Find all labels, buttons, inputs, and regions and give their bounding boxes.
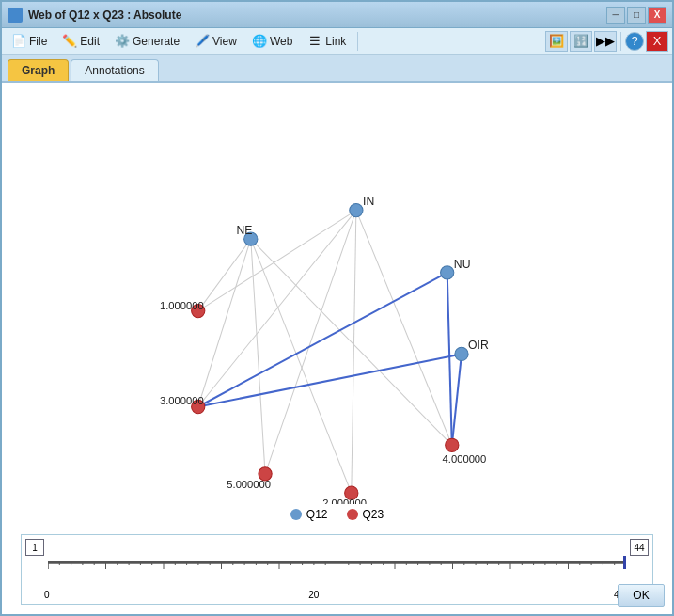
legend-dot-Q23 (347, 509, 358, 520)
timeline-right-value: 44 (630, 539, 649, 556)
menu-view-label: View (212, 35, 237, 48)
toolbar-separator (620, 32, 621, 51)
menu-view[interactable]: 🖊️ View (189, 32, 243, 51)
web-icon: 🌐 (252, 34, 267, 49)
svg-line-11 (198, 354, 462, 406)
graph-area[interactable]: NE IN NU OIR 1.000000 3.000000 5.000000 … (11, 92, 663, 520)
node-IN (350, 203, 363, 216)
menu-bar: 📄 File ✏️ Edit ⚙️ Generate 🖊️ View 🌐 Web… (2, 28, 672, 55)
menu-file-label: File (29, 35, 47, 48)
menu-edit-label: Edit (80, 35, 100, 48)
svg-line-12 (447, 273, 452, 445)
label-1: 1.000000 (160, 300, 204, 311)
ok-button-area: OK (618, 584, 665, 607)
minimize-button[interactable]: ─ (606, 7, 625, 24)
legend-Q23: Q23 (347, 508, 384, 521)
timeline-left-value: 1 (25, 539, 44, 556)
svg-line-5 (198, 211, 356, 311)
window-icon (8, 8, 23, 23)
svg-line-0 (198, 239, 251, 310)
menu-web[interactable]: 🌐 Web (246, 32, 298, 51)
svg-line-4 (251, 239, 452, 445)
file-icon: 📄 (11, 34, 26, 49)
legend-area: Q12 Q23 (2, 504, 672, 525)
timeline-tick-svg (48, 556, 626, 578)
svg-line-10 (198, 273, 447, 407)
svg-line-8 (352, 211, 356, 494)
menu-generate[interactable]: ⚙️ Generate (109, 32, 185, 51)
main-window: Web of Q12 x Q23 : Absolute ─ □ X 📄 File… (0, 0, 674, 616)
label-5: 5.000000 (227, 479, 271, 490)
svg-line-7 (265, 211, 356, 474)
help-button[interactable]: ? (625, 32, 644, 51)
timeline-label-20: 20 (308, 590, 319, 600)
generate-icon: ⚙️ (115, 34, 130, 49)
svg-line-6 (198, 211, 356, 407)
timeline-marker (623, 556, 626, 569)
menu-generate-label: Generate (133, 35, 180, 48)
menu-link-label: Link (325, 35, 346, 48)
ok-button[interactable]: OK (618, 584, 665, 607)
label-NE: NE (236, 224, 252, 237)
label-4: 4.000000 (443, 453, 487, 465)
tab-annotations[interactable]: Annotations (71, 59, 158, 81)
toolbar-right: 🖼️ 🔢 ▶▶ ? X (545, 31, 668, 52)
node-4 (446, 438, 459, 451)
edit-icon: ✏️ (62, 34, 77, 49)
graph-svg: NE IN NU OIR 1.000000 3.000000 5.000000 … (11, 92, 663, 520)
main-content: NE IN NU OIR 1.000000 3.000000 5.000000 … (2, 83, 672, 614)
label-NU: NU (454, 258, 471, 271)
tabs-bar: Graph Annotations (2, 55, 672, 83)
label-IN: IN (363, 195, 374, 208)
svg-line-13 (452, 354, 462, 445)
timeline-area[interactable]: 1 44 // Can't use script here, use the t… (21, 534, 653, 605)
menu-link[interactable]: ☰ Link (302, 32, 352, 51)
window-title: Web of Q12 x Q23 : Absolute (28, 8, 606, 22)
toolbar-close-button[interactable]: X (646, 31, 668, 52)
view-icon: 🖊️ (195, 34, 210, 49)
legend-dot-Q12 (290, 509, 302, 520)
menu-edit[interactable]: ✏️ Edit (56, 32, 105, 51)
legend-label-Q23: Q23 (363, 508, 384, 521)
node-NU (441, 266, 454, 279)
timeline-inner: 1 44 // Can't use script here, use the t… (22, 535, 652, 604)
svg-line-9 (356, 211, 452, 446)
label-3: 3.000000 (160, 395, 204, 406)
link-icon: ☰ (307, 34, 322, 49)
tab-graph[interactable]: Graph (8, 59, 69, 81)
menu-web-label: Web (270, 35, 292, 48)
legend-Q12: Q12 (290, 508, 328, 521)
label-OIR: OIR (468, 339, 489, 352)
title-bar: Web of Q12 x Q23 : Absolute ─ □ X (2, 2, 672, 28)
toolbar-icon1[interactable]: 🖼️ (545, 31, 568, 52)
legend-label-Q12: Q12 (306, 508, 328, 521)
title-bar-buttons: ─ □ X (606, 7, 666, 24)
close-button[interactable]: X (648, 7, 666, 24)
menu-separator (357, 32, 358, 51)
timeline-label-0: 0 (44, 590, 50, 600)
svg-line-3 (251, 239, 352, 493)
node-OIR (455, 347, 468, 360)
toolbar-icon3[interactable]: ▶▶ (594, 31, 617, 52)
menu-file[interactable]: 📄 File (6, 32, 53, 51)
svg-line-2 (251, 239, 265, 474)
maximize-button[interactable]: □ (627, 7, 646, 24)
toolbar-icon2[interactable]: 🔢 (570, 31, 592, 52)
